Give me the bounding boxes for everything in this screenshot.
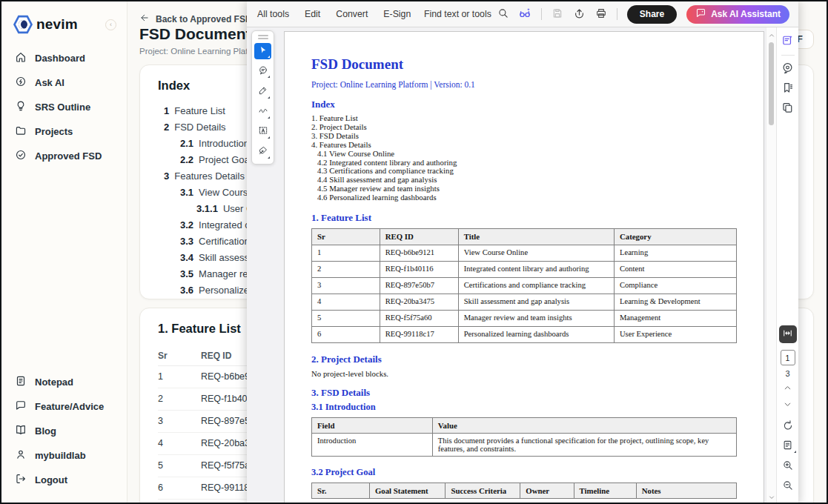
share-button[interactable]: Share	[627, 5, 677, 24]
sidebar-item-srs-outline[interactable]: SRS Outline	[1, 95, 127, 119]
page-subtitle: Project: Online Learning Platform	[139, 47, 265, 56]
scrollbar-thumb[interactable]	[769, 42, 774, 125]
sidebar-item-mybuildlab[interactable]: mybuildlab	[1, 443, 127, 468]
table-cell: Learning	[614, 245, 736, 262]
column-header: Title	[458, 229, 614, 245]
ask-ai-label: Ask AI Assistant	[711, 9, 781, 19]
table-cell: Content	[614, 262, 736, 278]
table-cell: 4	[158, 432, 201, 454]
rail-divider	[781, 55, 795, 56]
pdf-goal-heading: 3.2 Project Goal	[311, 467, 737, 478]
select-tool-button[interactable]	[254, 43, 271, 59]
sidebar-item-approved-fsd[interactable]: Approved FSD	[1, 144, 127, 168]
pdf-index-item: 4. Features Details	[311, 141, 737, 150]
table-row: 2REQ-f1b40116Integrated content library …	[312, 262, 737, 278]
menu-e-sign[interactable]: E-Sign	[383, 9, 411, 19]
sidebar-collapse-button[interactable]: ‹	[105, 19, 116, 30]
sidebar-item-dashboard[interactable]: Dashboard	[1, 46, 127, 70]
ai-chat-icon	[695, 7, 706, 21]
arrow-left-icon	[139, 13, 150, 25]
scroll-down-icon[interactable]	[767, 491, 776, 504]
pan-tool-button[interactable]	[779, 325, 797, 343]
upload-icon	[573, 7, 586, 21]
highlight-tool-button[interactable]	[254, 83, 271, 99]
ai-glasses-icon	[518, 7, 531, 22]
column-header: Sr	[312, 229, 380, 245]
table-cell: Introduction	[312, 434, 433, 457]
save-icon	[552, 7, 563, 21]
quick-tools-panel	[251, 30, 274, 165]
page-number-input[interactable]	[781, 350, 795, 365]
pdf-feature-table: SrREQ IDTitleCategory1REQ-b6be9121View C…	[311, 228, 737, 343]
sidebar-nav-main: DashboardAsk AISRS OutlineProjectsApprov…	[1, 46, 127, 168]
pages-panel-button[interactable]	[780, 101, 796, 117]
sidebar-item-projects[interactable]: Projects	[1, 119, 127, 144]
draw-tool-button[interactable]	[254, 104, 271, 120]
print-icon	[595, 7, 607, 21]
save-button[interactable]	[552, 7, 563, 21]
sidebar-item-notepad[interactable]: Notepad	[1, 370, 127, 394]
table-cell: 3	[158, 410, 201, 432]
table-cell: View Course Online	[458, 245, 614, 262]
column-header: Value	[432, 418, 736, 434]
pdf-viewer-overlay: All toolsEditConvertE-Sign Find text or …	[247, 1, 798, 504]
menu-all-tools[interactable]: All tools	[257, 9, 289, 19]
sidebar-item-ask-ai[interactable]: Ask AI	[1, 70, 127, 95]
ai-assistant-panel-button[interactable]	[780, 33, 796, 50]
table-cell: REQ-897e50b7	[380, 278, 458, 294]
back-link[interactable]: Back to Approved FSD	[139, 13, 252, 25]
bookmarks-panel-button[interactable]	[780, 81, 796, 97]
comment-tool-button[interactable]	[254, 63, 271, 79]
zoom-in-icon	[782, 460, 793, 473]
pdf-index-item: 2. Project Details	[311, 123, 737, 132]
print-button[interactable]	[595, 7, 607, 21]
sign-icon	[258, 145, 268, 158]
viewer-scrollbar[interactable]	[766, 27, 776, 504]
nevim-logo-icon	[13, 15, 33, 34]
zoom-out-button[interactable]	[780, 478, 796, 494]
comments-panel-button[interactable]	[780, 61, 796, 77]
table-row: 1REQ-b6be9121View Course OnlineLearning	[312, 245, 737, 262]
rotate-page-button[interactable]	[780, 418, 796, 434]
upload-button[interactable]	[573, 7, 586, 21]
screen: nevim ‹ DashboardAsk AISRS OutlineProjec…	[0, 0, 828, 504]
page-view-button[interactable]	[780, 438, 796, 454]
drag-handle[interactable]	[258, 35, 268, 41]
rail-top-panel	[777, 27, 798, 121]
user-icon	[15, 448, 27, 462]
page-total: 3	[785, 369, 789, 378]
zoom-in-button[interactable]	[780, 458, 796, 474]
table-cell: Compliance	[614, 278, 736, 294]
find-button[interactable]: Find text or tools	[424, 7, 509, 21]
pdf-intro-heading: 3.1 Introduction	[311, 402, 737, 413]
sidebar-item-blog[interactable]: Blog	[1, 419, 127, 443]
toolbar-divider	[617, 8, 617, 20]
previous-page-button[interactable]	[781, 383, 795, 394]
chevron-up-icon	[783, 383, 792, 395]
scroll-up-icon[interactable]	[767, 29, 776, 42]
table-cell: REQ-99118c17	[380, 327, 458, 343]
ask-ai-assistant-button[interactable]: Ask AI Assistant	[686, 5, 789, 24]
menu-edit[interactable]: Edit	[305, 9, 320, 19]
table-row: 4REQ-20ba3475Skill assessment and gap an…	[312, 294, 737, 311]
sidebar-item-label: Projects	[35, 126, 73, 137]
table-cell: This document provides a functional spec…	[432, 434, 736, 457]
menu-convert[interactable]: Convert	[336, 9, 368, 19]
pdf-index-item: 4.1 View Course Online	[311, 150, 737, 159]
sign-tool-button[interactable]	[254, 144, 271, 160]
pdf-meta: Project: Online Learning Platform | Vers…	[311, 80, 737, 89]
add-text-tool-button[interactable]	[254, 124, 271, 140]
next-page-button[interactable]	[781, 399, 795, 411]
comment-bubble-icon	[258, 65, 268, 78]
viewer-body: FSD Document Project: Online Learning Pl…	[247, 27, 798, 504]
column-header: Sr.	[312, 483, 370, 499]
ai-summary-button[interactable]	[518, 7, 531, 22]
pdf-index-list: 1. Feature List2. Project Details3. FSD …	[311, 114, 737, 202]
bookmark-icon	[781, 82, 794, 96]
sidebar-item-feature-advice[interactable]: Feature/Advice	[1, 394, 127, 419]
sidebar-item-logout[interactable]: Logout	[1, 468, 127, 492]
table-cell: 1	[158, 365, 201, 388]
table-cell: Learning & Development	[614, 294, 736, 311]
pdf-fsd-details-heading: 3. FSD Details	[311, 387, 737, 399]
rotate-icon	[782, 420, 794, 434]
